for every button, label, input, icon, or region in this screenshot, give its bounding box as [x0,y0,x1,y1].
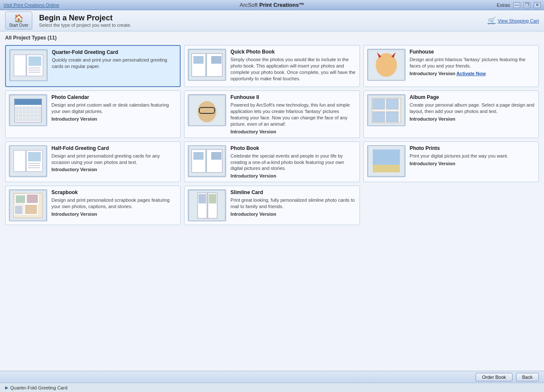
svg-rect-53 [386,99,398,109]
page-subtitle: Select the type of project you want to c… [39,23,131,28]
svg-rect-61 [28,165,40,166]
project-item-photo-book[interactable]: Photo BookCelebrate the special events a… [184,141,360,183]
back-button[interactable]: Back [516,373,539,381]
svg-rect-62 [28,167,40,168]
start-over-label: Start Over [9,23,28,28]
project-info-funhouse: FunhouseDesign and print hilarious 'fant… [410,49,535,76]
svg-rect-36 [27,114,30,117]
svg-rect-41 [19,118,22,121]
svg-rect-29 [27,110,30,113]
project-thumbnail-photo-prints [367,145,405,177]
project-desc-photo-prints: Print your digital pictures just the way… [410,153,535,159]
svg-rect-5 [28,70,40,71]
svg-rect-70 [373,165,400,172]
project-info-scrapbook: ScrapbookDesign and print personalized s… [51,189,177,217]
order-book-button[interactable]: Order Book [476,373,512,381]
project-desc-photo-calendar: Design and print custom wall or desk cal… [51,102,177,115]
svg-rect-1 [14,55,26,76]
project-thumbnail-slimline-card [188,189,226,221]
project-name-album-page: Album Page [410,94,535,100]
svg-rect-10 [193,56,204,64]
project-name-funhouse-ii: Funhouse II [230,94,356,100]
restore-button[interactable]: ❐ [524,2,530,8]
svg-rect-33 [15,114,18,117]
project-item-funhouse-ii[interactable]: Funhouse IIPowered by ArcSoft's new tech… [184,90,360,138]
project-item-photo-prints[interactable]: Photo PrintsPrint your digital pictures … [363,141,539,183]
minimize-button[interactable]: — [513,2,520,8]
project-name-half-fold-greeting-card: Half-Fold Greeting Card [51,145,177,151]
svg-rect-28 [23,110,26,113]
svg-rect-67 [211,152,221,160]
status-text: Quarter-Fold Greeting Card [10,385,68,390]
page-title: Begin a New Project [39,14,131,23]
project-item-funhouse[interactable]: FunhouseDesign and print hilarious 'fant… [363,45,539,87]
project-name-quick-photo-book: Quick Photo Book [230,49,356,55]
svg-rect-37 [31,114,34,117]
extras-label: Extras [497,3,510,8]
project-thumbnail-photo-book [188,145,226,177]
project-item-quick-photo-book[interactable]: Quick Photo BookSimply choose the photos… [184,45,360,87]
svg-rect-75 [14,205,23,214]
project-info-photo-calendar: Photo CalendarDesign and print custom wa… [51,94,177,121]
svg-rect-52 [373,99,385,109]
project-item-half-fold-greeting-card[interactable]: Half-Fold Greeting CardDesign and print … [5,141,181,183]
svg-rect-55 [386,112,398,122]
project-item-scrapbook[interactable]: ScrapbookDesign and print personalized s… [5,186,181,225]
svg-rect-73 [15,195,26,203]
svg-rect-3 [28,56,41,66]
project-name-quarter-fold-greeting-card: Quarter-Fold Greeting Card [52,49,176,55]
project-version-album-page: Introductory Version [410,116,535,121]
svg-rect-40 [15,118,18,121]
project-info-album-page: Album PageCreate your personal album pag… [410,94,535,121]
toolbar-left: 🏠 Start Over Begin a New Project Select … [5,11,131,30]
project-item-album-page[interactable]: Album PageCreate your personal album pag… [363,90,539,138]
close-button[interactable]: ✕ [534,2,541,8]
svg-rect-45 [34,118,37,121]
project-version-slimline-card: Introductory Version [230,212,356,217]
svg-rect-74 [26,194,38,203]
project-desc-funhouse: Design and print hilarious 'fantasy' pic… [410,56,535,69]
project-info-half-fold-greeting-card: Half-Fold Greeting CardDesign and print … [51,145,177,172]
svg-rect-23 [31,107,34,110]
window-controls: Extras — ❐ ✕ [406,2,541,8]
project-thumbnail-photo-calendar [9,94,47,126]
start-over-button[interactable]: 🏠 Start Over [5,11,32,30]
project-desc-album-page: Create your personal album page. Select … [410,102,535,115]
svg-rect-27 [19,110,22,113]
project-desc-photo-book: Celebrate the special events and people … [230,153,356,172]
svg-rect-76 [25,204,37,214]
svg-rect-38 [34,114,37,117]
project-item-photo-calendar[interactable]: Photo CalendarDesign and print custom wa… [5,90,181,138]
status-icon: ▶ [5,385,8,390]
shopping-cart-button[interactable]: 🛒 View Shopping Cart [487,17,539,25]
project-version-funhouse: Introductory Version Activate Now [410,71,535,76]
project-name-scrapbook: Scrapbook [51,189,177,195]
project-version-half-fold-greeting-card: Introductory Version [51,167,177,172]
project-item-quarter-fold-greeting-card[interactable]: Quarter-Fold Greeting CardQuickly create… [5,45,181,87]
svg-rect-11 [211,56,221,64]
visit-link[interactable]: Visit Print Creations Online [3,3,138,8]
svg-rect-59 [28,152,41,161]
project-info-funhouse-ii: Funhouse IIPowered by ArcSoft's new tech… [230,94,356,134]
svg-rect-22 [27,107,30,110]
svg-rect-34 [19,114,22,117]
project-desc-quarter-fold-greeting-card: Quickly create and print your own person… [52,57,176,70]
svg-rect-66 [193,152,204,160]
cart-icon: 🛒 [487,17,496,25]
project-thumbnail-funhouse [367,49,405,81]
svg-rect-42 [23,118,26,121]
project-thumbnail-half-fold-greeting-card [9,145,47,177]
svg-rect-43 [27,118,30,121]
project-version-scrapbook: Introductory Version [51,212,177,217]
project-name-photo-prints: Photo Prints [410,145,535,151]
project-info-slimline-card: Slimline CardPrint great looking, fully … [230,189,356,217]
bottom-bar: Order Book Back [0,371,544,383]
shopping-cart-label: View Shopping Cart [498,18,539,23]
project-item-slimline-card[interactable]: Slimline CardPrint great looking, fully … [184,186,360,225]
svg-rect-39 [38,114,41,117]
project-desc-slimline-card: Print great looking, fully personalized … [230,197,356,210]
project-thumbnail-quick-photo-book [188,49,226,81]
activate-link-funhouse[interactable]: Activate Now [456,71,486,76]
project-name-slimline-card: Slimline Card [230,189,356,195]
project-version-photo-calendar: Introductory Version [51,116,177,121]
